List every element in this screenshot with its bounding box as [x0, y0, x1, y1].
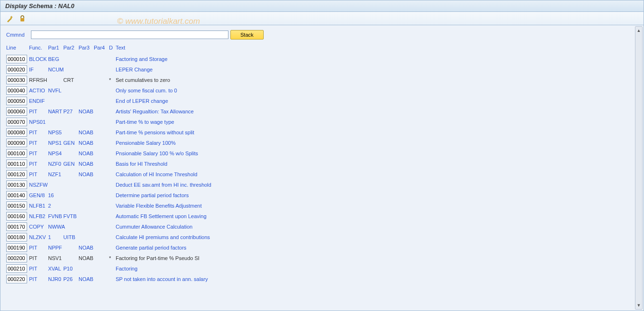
cell-par2[interactable]: P27 — [63, 109, 79, 114]
cell-par3[interactable]: NOAB — [79, 150, 94, 156]
cell-func[interactable]: COPY — [29, 224, 48, 230]
cell-func[interactable]: PIT — [29, 150, 48, 156]
scroll-down-icon[interactable]: ▼ — [635, 301, 642, 309]
cell-func[interactable]: ENDIF — [29, 98, 48, 104]
vertical-scrollbar[interactable]: ▲ ▼ — [635, 26, 643, 310]
cell-func[interactable]: ACTIO — [29, 88, 48, 93]
cell-par1[interactable]: 2 — [48, 203, 63, 209]
cell-par3[interactable]: NOAB — [79, 140, 94, 146]
line-number-input[interactable] — [6, 222, 27, 231]
line-number-input[interactable] — [6, 55, 27, 63]
cell-func[interactable]: NPS01 — [29, 119, 48, 125]
cell-text[interactable]: Pensionable Salary 100% — [116, 140, 638, 146]
cell-text[interactable]: End of LEPER change — [116, 98, 638, 104]
cell-func[interactable]: NLFB1 — [29, 203, 48, 209]
cell-par3[interactable]: NOAB — [79, 171, 94, 177]
line-number-input[interactable] — [6, 243, 27, 252]
cell-par1[interactable]: NVFL — [48, 88, 63, 93]
cell-text[interactable]: Pnsionable Salary 100 % w/o Splits — [116, 150, 638, 156]
cell-text[interactable]: Only some fiscal cum. to 0 — [116, 88, 638, 93]
cell-par1[interactable]: 16 — [48, 192, 63, 198]
line-number-input[interactable] — [6, 128, 27, 137]
line-number-input[interactable] — [6, 201, 27, 210]
cell-func[interactable]: NLFB2 — [29, 213, 48, 219]
cell-func[interactable]: PIT — [29, 109, 48, 114]
cell-func[interactable]: NLZKV — [29, 234, 48, 240]
line-number-input[interactable] — [6, 181, 27, 189]
line-number-input[interactable] — [6, 97, 27, 105]
cell-text[interactable]: SP not taken into account in ann. salary — [116, 276, 638, 282]
cell-par3[interactable]: NOAB — [79, 109, 94, 114]
line-number-input[interactable] — [6, 149, 27, 158]
cell-func[interactable]: PIT — [29, 161, 48, 167]
cell-par1[interactable]: FVNB — [48, 213, 63, 219]
cell-par1[interactable]: NZF1 — [48, 171, 63, 177]
cell-par1[interactable]: NZF0 — [48, 161, 63, 167]
cell-text[interactable]: LEPER Change — [116, 67, 638, 72]
cell-text[interactable]: Automatic FB Settlement upon Leaving — [116, 213, 638, 219]
cell-par1[interactable]: 1 — [48, 234, 63, 240]
cell-func[interactable]: PIT — [29, 245, 48, 251]
line-number-input[interactable] — [6, 233, 27, 241]
cell-text[interactable]: Calculate HI premiums and contributions — [116, 234, 638, 240]
cell-par1[interactable]: NPPF — [48, 245, 63, 251]
cell-func[interactable]: PIT — [29, 276, 48, 282]
command-input[interactable] — [31, 30, 228, 39]
cell-par2[interactable]: GEN — [63, 161, 79, 167]
cell-par1[interactable]: NPS1 — [48, 140, 63, 146]
line-number-input[interactable] — [6, 76, 27, 84]
cell-text[interactable]: Variable Flexible Benefits Adjustment — [116, 203, 638, 209]
line-number-input[interactable] — [6, 160, 27, 168]
cell-par1[interactable]: NPS4 — [48, 150, 63, 156]
scroll-up-icon[interactable]: ▲ — [635, 27, 642, 34]
cell-text[interactable]: Determine partial period factors — [116, 192, 638, 198]
line-number-input[interactable] — [6, 107, 27, 116]
cell-par2[interactable]: P26 — [63, 276, 79, 282]
cell-text[interactable]: Factoring — [116, 266, 638, 271]
cell-par1[interactable]: NJR0 — [48, 276, 63, 282]
lock-icon[interactable] — [18, 14, 27, 23]
cell-par3[interactable]: NOAB — [79, 245, 94, 251]
line-number-input[interactable] — [6, 65, 27, 74]
cell-func[interactable]: IF — [29, 67, 48, 72]
cell-text[interactable]: Calculation of HI Income Threshold — [116, 171, 638, 177]
cell-func[interactable]: PIT — [29, 130, 48, 135]
cell-text[interactable]: Cummuter Allowance Calculation — [116, 224, 638, 230]
line-number-input[interactable] — [6, 264, 27, 273]
cell-func[interactable]: PIT — [29, 140, 48, 146]
line-number-input[interactable] — [6, 86, 27, 95]
stack-button[interactable]: Stack — [230, 30, 264, 40]
cell-par3[interactable]: NOAB — [79, 161, 94, 167]
cell-par2[interactable]: GEN — [63, 140, 79, 146]
cell-func[interactable]: BLOCK — [29, 56, 48, 62]
line-number-input[interactable] — [6, 170, 27, 179]
cell-par1[interactable]: NWWA — [48, 224, 63, 230]
cell-par3[interactable]: NOAB — [79, 276, 94, 282]
cell-func[interactable]: GEN/8 — [29, 192, 48, 198]
cell-par2[interactable]: UITB — [63, 234, 79, 240]
cell-text[interactable]: Factoring and Storage — [116, 56, 638, 62]
cell-par1[interactable]: NCUM — [48, 67, 63, 72]
cell-text[interactable]: Part-time % to wage type — [116, 119, 638, 125]
cell-text[interactable]: Generate partial period factors — [116, 245, 638, 251]
cell-func[interactable]: PIT — [29, 171, 48, 177]
cell-func[interactable]: NSZFW — [29, 182, 48, 188]
cell-par1[interactable]: BEG — [48, 56, 63, 62]
cell-par2[interactable]: FVTB — [63, 213, 79, 219]
line-number-input[interactable] — [6, 191, 27, 200]
line-number-input[interactable] — [6, 118, 27, 126]
cell-par3[interactable]: NOAB — [79, 130, 94, 135]
cell-par1[interactable]: NART — [48, 109, 63, 114]
cell-text[interactable]: Part-time % pensions without split — [116, 130, 638, 135]
cell-par1[interactable]: XVAL — [48, 266, 63, 271]
cell-text[interactable]: Basis for HI Threshold — [116, 161, 638, 167]
cell-par2[interactable]: P10 — [63, 266, 79, 271]
line-number-input[interactable] — [6, 275, 27, 283]
cell-par1[interactable]: NPS5 — [48, 130, 63, 135]
line-number-input[interactable] — [6, 212, 27, 221]
cell-func[interactable]: PIT — [29, 266, 48, 271]
line-number-input[interactable] — [6, 139, 27, 147]
cell-text[interactable]: Deduct EE sav.amt from HI inc. threshold — [116, 182, 638, 188]
cell-text[interactable]: Artists' Regualtion: Tax Allowance — [116, 109, 638, 114]
wand-icon[interactable] — [5, 14, 15, 23]
